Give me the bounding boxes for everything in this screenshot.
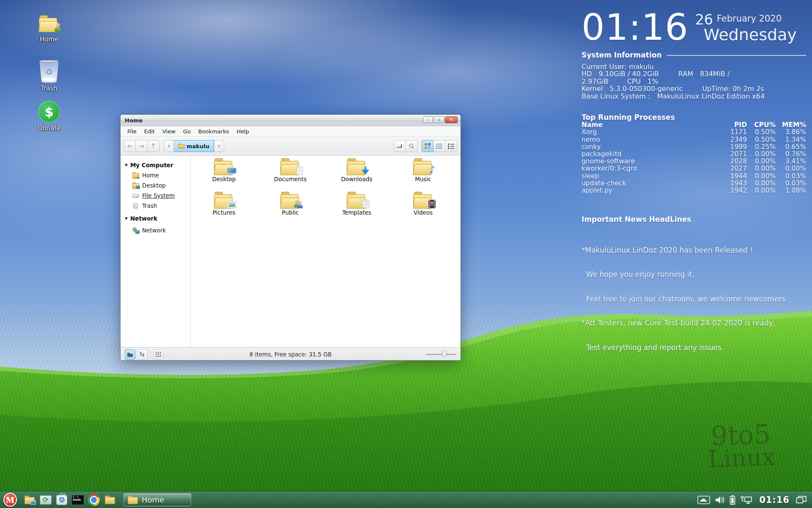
sidebar-section-network[interactable]: ▼ Network [125, 213, 190, 224]
file-item-downloads[interactable]: Downloads [324, 158, 390, 192]
up-button[interactable]: ↑ [148, 140, 159, 152]
file-item-videos[interactable]: Videos [390, 192, 456, 225]
file-manager-window: Home – ▫ ✕ File Edit View Go Bookmarks H… [120, 114, 461, 361]
status-bar: 8 items, Free space: 31.5 GB [121, 347, 461, 361]
file-grid: Desktop Documents Downloads ♪ Music Pict… [191, 156, 461, 347]
chrome-launcher[interactable] [87, 493, 101, 507]
update-manager-launcher[interactable]: ⟳ [39, 493, 52, 507]
desktop-icon-trash[interactable]: ♻ Trash [31, 60, 67, 92]
list-view-icon [448, 143, 454, 149]
file-item-desktop[interactable]: Desktop [191, 158, 257, 192]
maximize-icon: ▫ [438, 118, 440, 122]
breadcrumb-left-button[interactable]: ‹ [164, 140, 174, 152]
network-icon [132, 227, 140, 234]
sidebar-item-desktop[interactable]: Desktop [125, 180, 190, 190]
news-line: *Att Testers, new Core Test-build 24-02-… [582, 319, 806, 327]
breadcrumb-current-label: makulu [187, 143, 209, 149]
icon-view-button[interactable] [422, 140, 433, 152]
menu-go[interactable]: Go [180, 127, 194, 136]
list-view-button[interactable] [445, 140, 457, 152]
search-button[interactable] [406, 140, 417, 152]
folder-launcher[interactable] [103, 493, 117, 507]
breadcrumb: ‹ makulu › [164, 140, 224, 152]
date-day: 26 [695, 13, 713, 27]
sidebar-item-network[interactable]: Network [125, 225, 190, 235]
window-titlebar[interactable]: Home – ▫ ✕ [121, 115, 461, 126]
breadcrumb-current-button[interactable]: makulu [174, 140, 214, 152]
network-tray-icon[interactable] [740, 495, 753, 505]
minimize-button[interactable]: – [423, 116, 433, 123]
music-note-icon: ♪ [429, 164, 435, 176]
news-section: Important News HeadLines *MakuluLinux Li… [582, 215, 806, 368]
terminal-icon: C:\_ [71, 495, 84, 505]
sidebar-item-trash[interactable]: Trash [125, 201, 190, 211]
documents-folder-icon [280, 158, 301, 175]
icon-view-icon [425, 143, 431, 149]
battery-tray-icon[interactable] [730, 495, 735, 505]
menu-help[interactable]: Help [233, 127, 252, 136]
process-row: nemo23490.50%1.34% [582, 136, 806, 144]
terminal-launcher[interactable]: C:\_ [71, 493, 85, 507]
sidebar-item-file-system[interactable]: File System [125, 190, 190, 201]
sysinfo-hd-ram-cpu: HD9.10GiB / 40.2GiBRAM834MiB / 2.97GiBCP… [582, 70, 806, 85]
forward-button[interactable]: → [136, 140, 148, 152]
sidebar-section-my-computer[interactable]: ▼ My Computer [125, 160, 190, 170]
file-item-templates[interactable]: Templates [324, 192, 390, 225]
window-title: Home [125, 117, 143, 124]
zoom-slider[interactable] [426, 350, 456, 359]
menu-file[interactable]: File [124, 127, 140, 136]
public-folder-icon [280, 192, 301, 209]
file-manager-launcher[interactable] [23, 493, 36, 507]
date-month-year: February 2020 [717, 14, 782, 24]
taskbar-clock[interactable]: 01:16 [759, 495, 790, 505]
donate-dollar-icon: $ [38, 101, 60, 123]
conky-clock: 01:16 [582, 10, 689, 45]
sysinfo-base: Base Linux System :MakuluLinux LinDoz Ed… [582, 93, 806, 100]
menu-view[interactable]: View [159, 127, 179, 136]
breadcrumb-right-button[interactable]: › [214, 140, 224, 152]
compact-view-icon [436, 143, 442, 149]
search-icon [409, 143, 414, 149]
music-folder-icon: ♪ [413, 158, 433, 175]
news-line: Feel free to join our chatroom, we welco… [582, 295, 806, 303]
trash-icon [132, 203, 140, 209]
back-button[interactable]: ← [124, 140, 136, 152]
file-item-public[interactable]: Public [257, 192, 324, 225]
system-information-section: System Information Current User: makulu … [582, 51, 806, 100]
zoom-slider-track[interactable] [426, 354, 456, 355]
home-folder-icon [39, 15, 59, 32]
menu-edit[interactable]: Edit [141, 127, 158, 136]
file-item-pictures[interactable]: Pictures [191, 192, 257, 225]
sysinfo-kernel: Kernel5.3.0-050300-genericUpTime: 0h 2m … [582, 85, 806, 93]
maximize-button[interactable]: ▫ [434, 116, 444, 123]
update-icon: ⟳ [40, 495, 52, 505]
chevron-right-icon: › [218, 142, 220, 150]
desktop-icon-donate[interactable]: $ Donate [31, 101, 67, 132]
software-center-launcher[interactable] [55, 493, 69, 507]
sidebar-section-label: My Computer [130, 162, 173, 168]
file-item-documents[interactable]: Documents [257, 158, 324, 192]
close-button[interactable]: ✕ [445, 116, 458, 123]
zoom-slider-handle[interactable] [442, 350, 447, 358]
software-center-icon [56, 495, 67, 505]
location-entry-button[interactable] [394, 140, 406, 152]
volume-tray-icon[interactable] [715, 495, 725, 505]
workspace-switcher-icon[interactable] [796, 495, 807, 505]
menu-button[interactable]: M [3, 493, 17, 507]
trash-bin-icon: ♻ [39, 60, 59, 83]
taskbar-task-home[interactable]: Home [123, 493, 191, 506]
sidebar-item-home[interactable]: Home [125, 170, 190, 180]
weather-tray-icon[interactable] [697, 496, 710, 504]
section-rule [667, 55, 806, 56]
top-processes-section: Top Running Processes Name PID CPU% MEM%… [582, 113, 806, 194]
menu-bar: File Edit View Go Bookmarks Help [121, 126, 461, 137]
file-item-music[interactable]: ♪ Music [390, 158, 456, 192]
compact-view-button[interactable] [433, 140, 445, 152]
system-information-title: System Information [582, 51, 662, 59]
menu-bookmarks[interactable]: Bookmarks [195, 127, 233, 136]
folder-icon [178, 144, 184, 149]
toolbar: ← → ↑ ‹ makulu › [121, 137, 461, 156]
desktop-icon-home[interactable]: Home [31, 15, 67, 43]
makulu-menu-icon: M [3, 493, 17, 507]
news-line: Test everything and report any issues. [582, 344, 806, 352]
